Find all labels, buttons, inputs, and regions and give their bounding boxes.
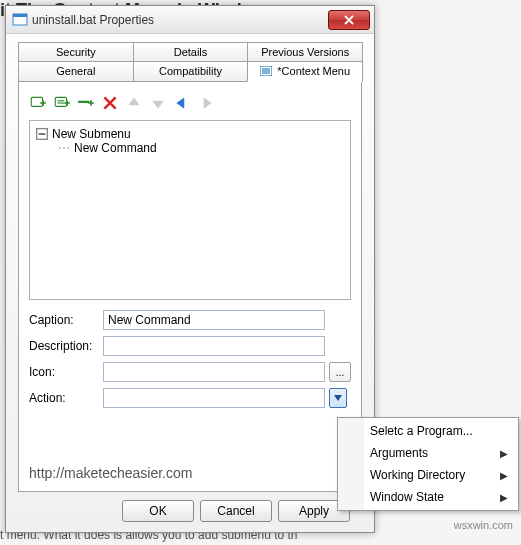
move-up-button[interactable] xyxy=(125,94,143,112)
menu-arguments[interactable]: Arguments ▶ xyxy=(338,442,518,464)
cancel-button[interactable]: Cancel xyxy=(200,500,272,522)
tab-compatibility[interactable]: Compatibility xyxy=(133,61,249,82)
titlebar: uninstall.bat Properties xyxy=(6,6,374,34)
app-icon xyxy=(12,12,28,28)
tree-root-item[interactable]: New Submenu xyxy=(36,127,344,141)
action-input[interactable] xyxy=(103,388,325,408)
delete-button[interactable] xyxy=(101,94,119,112)
menu-working-directory[interactable]: Working Directory ▶ xyxy=(338,464,518,486)
add-submenu-button[interactable] xyxy=(29,94,47,112)
tabstrip: Security Details Previous Versions Gener… xyxy=(18,42,362,492)
tab-previous-versions[interactable]: Previous Versions xyxy=(247,42,363,61)
menu-select-program[interactable]: Seletc a Program... xyxy=(338,420,518,442)
action-dropdown-button[interactable] xyxy=(329,388,347,408)
tab-context-menu-label: *Context Menu xyxy=(277,65,350,77)
submenu-arrow-icon: ▶ xyxy=(500,448,508,459)
icon-browse-button[interactable]: ... xyxy=(329,362,351,382)
dialog-button-row: OK Cancel Apply xyxy=(18,492,362,522)
tab-security[interactable]: Security xyxy=(18,42,134,61)
submenu-arrow-icon: ▶ xyxy=(500,470,508,481)
caption-input[interactable] xyxy=(103,310,325,330)
collapse-icon[interactable] xyxy=(36,128,48,140)
menu-item-label: Arguments xyxy=(370,446,428,460)
tab-content: New Submenu ⋯ New Command Caption: Descr… xyxy=(18,82,362,492)
source-watermark: wsxwin.com xyxy=(454,519,513,531)
ok-button[interactable]: OK xyxy=(122,500,194,522)
add-separator-button[interactable] xyxy=(77,94,95,112)
chevron-down-icon xyxy=(334,395,342,401)
action-label: Action: xyxy=(29,391,99,405)
watermark-text: http://maketecheasier.com xyxy=(29,465,192,481)
svg-rect-6 xyxy=(31,97,42,106)
tab-context-menu[interactable]: *Context Menu xyxy=(247,61,363,82)
menu-item-label: Seletc a Program... xyxy=(370,424,473,438)
add-command-button[interactable] xyxy=(53,94,71,112)
close-button[interactable] xyxy=(328,10,370,30)
tree-child-label: New Command xyxy=(74,141,157,155)
action-dropdown-menu: Seletc a Program... Arguments ▶ Working … xyxy=(337,417,519,511)
context-menu-tab-icon xyxy=(260,66,275,78)
window-title: uninstall.bat Properties xyxy=(32,13,328,27)
svg-rect-7 xyxy=(55,97,66,106)
description-label: Description: xyxy=(29,339,99,353)
forward-button[interactable] xyxy=(197,94,215,112)
caption-label: Caption: xyxy=(29,313,99,327)
tab-general[interactable]: General xyxy=(18,61,134,82)
tree-child-item[interactable]: ⋯ New Command xyxy=(58,141,344,155)
icon-input[interactable] xyxy=(103,362,325,382)
tree-view[interactable]: New Submenu ⋯ New Command xyxy=(29,120,351,300)
tree-root-label: New Submenu xyxy=(52,127,131,141)
content-area: Security Details Previous Versions Gener… xyxy=(6,34,374,530)
menu-window-state[interactable]: Window State ▶ xyxy=(338,486,518,508)
close-icon xyxy=(344,15,354,25)
description-input[interactable] xyxy=(103,336,325,356)
submenu-arrow-icon: ▶ xyxy=(500,492,508,503)
icon-label: Icon: xyxy=(29,365,99,379)
back-button[interactable] xyxy=(173,94,191,112)
toolbar xyxy=(29,92,351,120)
field-grid: Caption: Description: Icon: ... Action: xyxy=(29,310,351,408)
properties-window: uninstall.bat Properties Security Detail… xyxy=(5,5,375,533)
tab-details[interactable]: Details xyxy=(133,42,249,61)
tree-connector-icon: ⋯ xyxy=(58,141,70,155)
menu-item-label: Window State xyxy=(370,490,444,504)
svg-rect-1 xyxy=(13,14,27,17)
menu-item-label: Working Directory xyxy=(370,468,465,482)
move-down-button[interactable] xyxy=(149,94,167,112)
